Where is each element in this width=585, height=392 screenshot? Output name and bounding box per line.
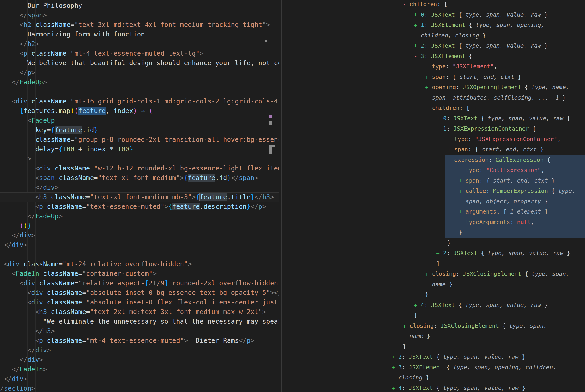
code-line[interactable]: key={feature.id} <box>0 125 279 135</box>
code-line[interactable]: {features.map((feature, index) ⇒ ( <box>0 106 279 116</box>
code-editor-pane[interactable]: Our Philosophy </span> <h2 className="te… <box>0 0 281 392</box>
code-line[interactable]: <p className="mt-4 text-essence-muted te… <box>0 49 279 58</box>
code-line[interactable]: <div className="mt-16 grid grid-cols-1 m… <box>0 97 279 106</box>
ast-row[interactable]: + 3: JSXElement { type, span, opening, c… <box>282 362 585 373</box>
ast-row[interactable]: type: "JSXElement", <box>282 61 585 72</box>
ast-row-highlighted[interactable]: + span: { start, end, ctxt } <box>282 176 585 186</box>
code-line[interactable]: </div> <box>0 374 279 384</box>
code-line[interactable]: </div> <box>0 231 279 240</box>
code-line[interactable]: </FadeIn> <box>0 365 279 374</box>
collapse-minus-icon[interactable]: - <box>403 1 410 8</box>
code-line[interactable]: ))} <box>0 221 279 231</box>
ast-row[interactable]: } <box>282 342 585 352</box>
ast-row[interactable]: ] <box>282 310 585 321</box>
code-line[interactable]: <FadeUp <box>0 116 279 125</box>
collapse-minus-icon[interactable]: - <box>414 53 421 60</box>
code-line[interactable]: </FadeUp> <box>0 78 279 87</box>
code-line[interactable]: </h2> <box>0 39 279 49</box>
ast-row[interactable]: ] <box>282 258 585 269</box>
ast-row-highlighted[interactable]: span, object, property } <box>282 196 585 207</box>
code-line[interactable]: <div className="absolute inset-0 bg-esse… <box>0 288 279 298</box>
expand-plus-icon[interactable]: + <box>436 250 443 256</box>
expand-plus-icon[interactable]: + <box>425 270 432 277</box>
ast-row[interactable]: + closing: JSXClosingElement { type, spa… <box>282 321 585 331</box>
ast-row[interactable]: span, attributes, selfClosing, ... +1 } <box>282 92 585 103</box>
expand-plus-icon[interactable]: + <box>447 146 454 153</box>
code-line[interactable]: <p className="text-essence-muted">{featu… <box>0 202 279 212</box>
code-line[interactable]: delay={100 + index * 100} <box>0 144 279 154</box>
code-line[interactable]: <div className="relative aspect-[21/9] r… <box>0 278 279 288</box>
code-line[interactable]: </div> <box>0 240 279 250</box>
ast-row[interactable]: name } <box>282 331 585 342</box>
expand-plus-icon[interactable]: + <box>403 322 410 329</box>
ast-row[interactable]: + 2: JSXText { type, span, value, raw } <box>282 248 585 258</box>
ast-row-highlighted[interactable]: } <box>282 227 585 238</box>
ast-row[interactable]: + 0: JSXText { type, span, value, raw } <box>282 113 585 124</box>
expand-plus-icon[interactable]: + <box>459 208 465 215</box>
code-line[interactable]: className="group p-8 rounded-2xl transit… <box>0 135 279 144</box>
expand-plus-icon[interactable]: + <box>414 302 421 308</box>
code-lines[interactable]: Our Philosophy </span> <h2 className="te… <box>0 1 279 392</box>
code-line[interactable]: Harmonizing form with function <box>0 30 279 39</box>
code-line[interactable] <box>0 87 279 97</box>
code-line[interactable]: /section> <box>0 384 279 392</box>
expand-plus-icon[interactable]: + <box>436 115 443 122</box>
code-line[interactable]: </div> <box>0 355 279 365</box>
ast-row[interactable]: + 4: JSXText { type, span, value, raw } <box>282 300 585 310</box>
expand-plus-icon[interactable]: + <box>392 354 398 360</box>
expand-plus-icon[interactable]: + <box>392 364 398 370</box>
ast-row[interactable]: } <box>282 290 585 300</box>
code-line[interactable]: <FadeIn className="container-custom"> <box>0 269 279 278</box>
ast-row[interactable]: + 2: JSXText { type, span, value, raw } <box>282 40 585 51</box>
ast-row[interactable]: - 3: JSXElement { <box>282 51 585 62</box>
ast-row[interactable]: type: "JSXExpressionContainer", <box>282 134 585 144</box>
ast-row[interactable]: children, closing } <box>282 30 585 41</box>
ast-row[interactable]: + closing: JSXClosingElement { type, spa… <box>282 269 585 279</box>
code-line[interactable]: <h3 className="text-2xl md:text-3xl font… <box>0 307 279 317</box>
code-line[interactable]: <h2 className="text-3xl md:text-4xl font… <box>0 20 279 30</box>
ast-row-highlighted[interactable]: + arguments: [ 1 element ] <box>282 206 585 217</box>
code-line[interactable]: <div className="mt-24 relative overflow-… <box>0 259 279 269</box>
expand-plus-icon[interactable]: + <box>414 22 421 28</box>
ast-row[interactable]: - children: [ <box>282 103 585 113</box>
collapse-minus-icon[interactable]: - <box>447 156 454 163</box>
expand-plus-icon[interactable]: + <box>414 12 421 18</box>
expand-plus-icon[interactable]: + <box>414 42 421 49</box>
code-line[interactable]: </div> <box>0 183 279 192</box>
code-line[interactable]: </div> <box>0 346 279 355</box>
expand-plus-icon[interactable]: + <box>459 188 465 194</box>
ast-row[interactable]: - children: [ <box>282 0 585 10</box>
ast-row-highlighted[interactable]: type: "CallExpression", <box>282 165 585 176</box>
ast-row-highlighted[interactable]: + callee: MemberExpression { type, <box>282 186 585 196</box>
code-line[interactable]: > <box>0 154 279 164</box>
collapse-minus-icon[interactable]: - <box>425 104 432 111</box>
ast-row-highlighted[interactable]: - expression: CallExpression { <box>282 155 585 165</box>
code-line[interactable] <box>0 250 279 259</box>
ast-row[interactable]: + 4: JSXText { type, span, value, raw } <box>282 383 585 392</box>
code-line[interactable]: <div className="absolute inset-0 flex fl… <box>0 298 279 307</box>
code-line[interactable]: We believe that beautiful design should … <box>0 58 279 68</box>
code-line[interactable]: </h3> <box>0 326 279 336</box>
expand-plus-icon[interactable]: + <box>459 177 465 184</box>
ast-row[interactable]: + opening: JSXOpeningElement { type, nam… <box>282 82 585 92</box>
code-line[interactable]: "We eliminate the unnecessary so that th… <box>0 317 279 326</box>
expand-plus-icon[interactable]: + <box>425 84 432 90</box>
ast-row[interactable]: + span: { start, end, ctxt } <box>282 72 585 82</box>
ast-row[interactable]: } <box>282 238 585 248</box>
collapse-minus-icon[interactable]: - <box>436 125 443 132</box>
ast-tree-pane[interactable]: - children: [+ 0: JSXText { type, span, … <box>282 0 585 392</box>
code-line-current[interactable]: <h3 className="text-xl font-medium mb-3"… <box>0 192 279 202</box>
ast-row[interactable]: - 1: JSXExpressionContainer { <box>282 124 585 134</box>
code-line[interactable]: <p className="mt-4 text-essence-muted">—… <box>0 336 279 346</box>
expand-plus-icon[interactable]: + <box>425 74 432 80</box>
code-line[interactable]: </span> <box>0 10 279 20</box>
expand-plus-icon[interactable]: + <box>392 385 398 391</box>
code-line[interactable]: <div className="w-12 h-12 rounded-xl bg-… <box>0 164 279 173</box>
pane-divider[interactable] <box>281 0 281 392</box>
ast-row-highlighted[interactable]: typeArguments: null, <box>282 217 585 228</box>
code-line[interactable]: Our Philosophy <box>0 1 279 10</box>
ast-row[interactable]: + span: { start, end, ctxt } <box>282 144 585 155</box>
ast-row[interactable]: + 1: JSXElement { type, span, opening, <box>282 20 585 30</box>
ast-row[interactable]: + 0: JSXText { type, span, value, raw } <box>282 10 585 20</box>
code-line[interactable]: </FadeUp> <box>0 212 279 221</box>
